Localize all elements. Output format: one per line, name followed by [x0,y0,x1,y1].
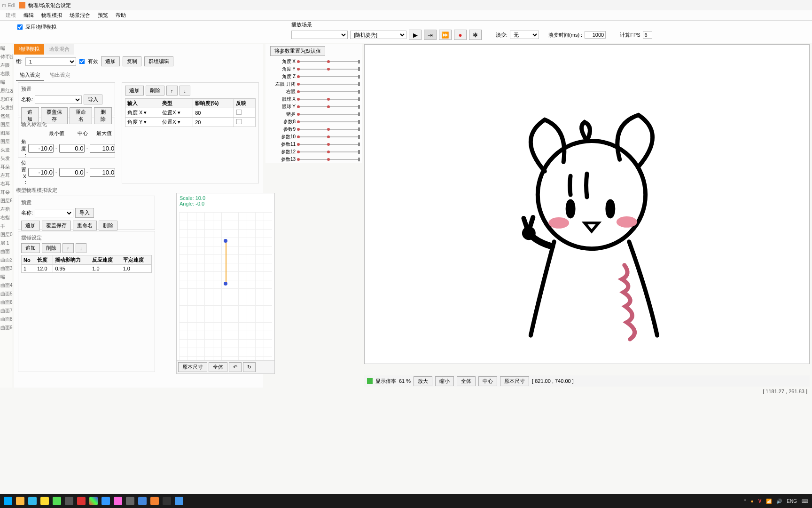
layer-item[interactable]: 图层 [0,120,13,129]
param-slider[interactable] [297,144,360,145]
explorer-icon[interactable] [16,497,24,505]
layer-item[interactable]: 曲面8 [0,315,13,324]
param-slider[interactable] [297,136,360,137]
grid-undo-button[interactable]: ↶ [229,362,242,372]
fade-select[interactable]: 无 [510,31,539,39]
live2d-icon[interactable] [150,497,159,505]
menu-help[interactable]: 帮助 [112,11,130,20]
layer-item[interactable]: 左耳 [0,171,13,180]
tray-ime-icon[interactable]: ⌨ [802,499,808,504]
layer-item[interactable]: 曲面3 [0,264,13,273]
layer-item[interactable]: 右耳 [0,180,13,188]
tray-chevron-icon[interactable]: ˄ [744,499,746,504]
apply-physics-checkbox[interactable] [17,24,23,30]
preset-rename-button[interactable]: 重命名 [70,107,92,124]
layer-item[interactable]: 曲面2 [0,256,13,264]
zoom-out-button[interactable]: 缩小 [435,376,454,386]
model-name-select[interactable] [35,209,73,217]
norm-posx-center[interactable] [59,168,85,177]
menu-build-prefix[interactable]: 建模 [2,11,20,20]
app-icon-1[interactable] [40,497,49,505]
param-slider[interactable] [297,151,360,152]
param-row[interactable]: 左眼 开闭 [265,80,362,88]
param-slider[interactable] [297,159,360,160]
preset-delete-button[interactable]: 删除 [94,107,112,124]
layer-item[interactable]: 头发 [0,154,13,163]
layer-item[interactable]: 左眼 [0,61,13,70]
play-button[interactable]: ▶ [409,30,422,40]
menu-preview[interactable]: 预览 [94,11,112,20]
input-table[interactable]: 输入 类型 影响度(%) 反映 角度 X ▾ 位置X ▾ 80 角度 Y ▾ 位… [125,98,256,127]
param-row[interactable]: 角度 Z [265,73,362,80]
taskbar[interactable]: ˄ ● V 📶 🔊 ENG ⌨ [0,494,812,508]
layer-sidebar[interactable]: 嘴铸币捏左眼右眼嘴思红左思红右头发捏然然图层图层图层头发头发耳朵左耳右耳耳朵图层… [0,44,13,388]
param-row[interactable]: 参数10 [265,133,362,141]
layer-item[interactable]: 层 1 [0,239,13,247]
pend-add-button[interactable]: 追加 [21,243,40,253]
fwd-button[interactable]: ⏩ [439,30,452,40]
norm-angle-min[interactable] [28,144,54,153]
intbl-up-button[interactable]: ↑ [166,86,178,95]
grid-origsize-button[interactable]: 原本尺寸 [178,362,207,372]
param-slider[interactable] [297,114,360,115]
param-slider[interactable] [297,106,360,107]
fade-time-input[interactable] [585,31,606,39]
param-row[interactable]: 眼球 X [265,95,362,103]
tray-lang[interactable]: ENG [787,499,797,504]
model-overwrite-button[interactable]: 覆盖保存 [42,221,71,230]
fps-input[interactable] [643,31,652,39]
stop-sync-button[interactable]: ⇥ [424,30,437,40]
param-slider[interactable] [297,91,360,92]
app-icon-8[interactable] [175,497,183,505]
layer-item[interactable]: 图层 [0,129,13,137]
pend-remove-button[interactable]: 削除 [42,243,61,253]
group-copy-button[interactable]: 复制 [123,56,141,66]
param-row[interactable]: 角度 X [265,58,362,65]
param-row[interactable]: 眼球 Y [265,103,362,111]
layer-item[interactable]: 嘴 [0,44,13,53]
app-icon-3[interactable] [77,497,86,505]
layer-item[interactable]: 左指 [0,205,13,214]
chrome-icon[interactable] [89,497,98,505]
param-slider[interactable] [297,121,360,122]
layer-item[interactable]: 右眼 [0,70,13,78]
reset-defaults-button[interactable]: 将参数重置为默认值 [270,46,325,56]
layer-item[interactable]: 思红右 [0,95,13,103]
layer-item[interactable]: 曲面 [0,247,13,256]
menu-physics[interactable]: 物理模拟 [38,11,66,20]
layer-item[interactable]: 嘴 [0,78,13,87]
grid-all-button[interactable]: 全体 [209,362,227,372]
param-row[interactable]: 右眼 [265,88,362,95]
layer-item[interactable]: 图层6 [0,197,13,205]
app-icon-7[interactable] [138,497,147,505]
tab-physics[interactable]: 物理模拟 [14,44,44,55]
layer-item[interactable]: 图层0 [0,230,13,239]
layer-item[interactable]: 头发 [0,146,13,154]
param-slider[interactable] [297,76,360,77]
pose-select[interactable]: [随机姿势] [350,31,406,39]
layer-item[interactable]: 耳朵 [0,188,13,197]
norm-posx-max[interactable] [90,168,115,177]
app-icon-5[interactable] [114,497,122,505]
norm-angle-center[interactable] [59,144,85,153]
pend-down-button[interactable]: ↓ [76,243,87,253]
layer-item[interactable]: 曲面6 [0,298,13,307]
tab-sceneblend[interactable]: 场景混合 [44,44,74,55]
group-select[interactable]: 1 [25,57,76,66]
grid-redo-button[interactable]: ↻ [243,362,256,372]
app-icon-4[interactable] [102,497,110,505]
group-valid-checkbox[interactable] [79,59,85,64]
menu-edit[interactable]: 编辑 [20,11,38,20]
layer-item[interactable]: 耳朵 [0,163,13,171]
param-row[interactable]: 参数8 [265,118,362,126]
group-edit-button[interactable]: 群组编辑 [144,56,173,66]
param-slider[interactable] [297,61,360,62]
layer-item[interactable]: 曲面7 [0,307,13,315]
pendulum-table[interactable]: No 长度 摇动影响力 反应速度 平定速度 1 12.0 0.95 1.0 1.… [21,255,152,273]
intbl-add-button[interactable]: 追加 [125,86,144,95]
pendulum-preview[interactable]: Scale: 10.0 Angle: -0.0 原本尺寸 全体 ↶ ↻ [176,193,275,374]
preset-import-button[interactable]: 导入 [84,95,102,104]
settings-button[interactable]: ✻ [469,30,482,40]
layer-item[interactable]: 右指 [0,214,13,222]
param-row[interactable]: 角度 Y [265,65,362,73]
